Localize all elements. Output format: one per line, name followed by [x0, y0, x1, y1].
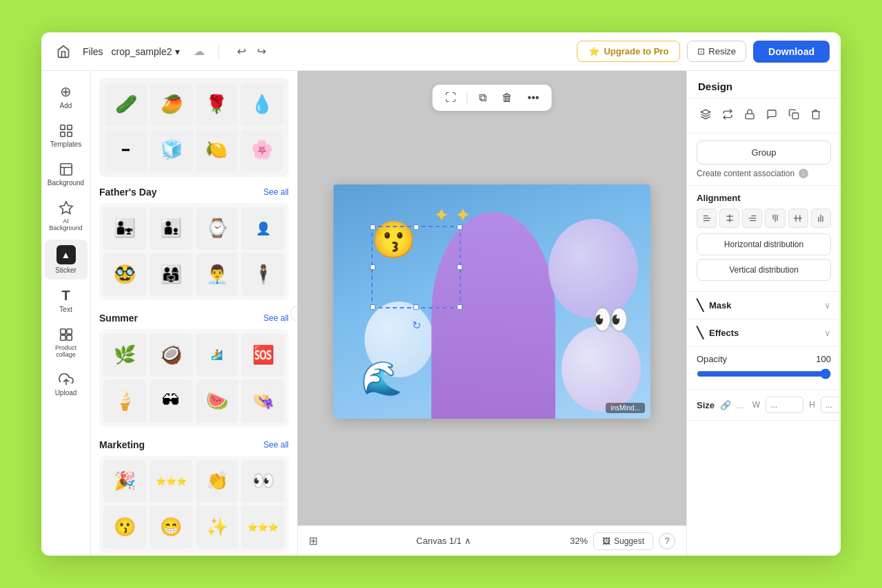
horizontal-distribution-button[interactable]: Horizontal distribution — [697, 233, 831, 255]
nav-item-ai-background[interactable]: AI Background — [45, 195, 88, 237]
sticker-cell[interactable]: 💧 — [240, 83, 283, 126]
opacity-label-row: Opacity 100 — [697, 354, 831, 364]
comment-icon-button[interactable] — [763, 105, 781, 126]
resize-button[interactable]: ⊡ Resize — [687, 41, 746, 62]
sticker-cell[interactable]: 👨‍👧 — [103, 207, 147, 251]
expand-button[interactable]: ⛶ — [441, 89, 460, 107]
align-bottom-button[interactable] — [811, 209, 831, 228]
sticker-cell[interactable]: ✨ — [196, 505, 239, 549]
mask-chevron-icon: ∨ — [824, 300, 831, 311]
sticker-cell[interactable]: 🌹 — [196, 83, 238, 126]
fathers-day-see-all[interactable]: See all — [263, 187, 289, 197]
sticker-cell[interactable]: 🧊 — [150, 129, 193, 171]
delete-button[interactable]: 🗑 — [498, 89, 517, 107]
undo-button[interactable]: ↩ — [233, 42, 250, 61]
home-button[interactable] — [52, 41, 74, 63]
vertical-distribution-button[interactable]: Vertical distribution — [697, 259, 831, 281]
sticker-cell[interactable]: 🎉 — [103, 460, 147, 503]
files-button[interactable]: Files — [83, 46, 103, 57]
copy-button[interactable]: ⧉ — [475, 89, 491, 107]
handle-top-left[interactable] — [370, 224, 376, 230]
suggest-button[interactable]: 🖼 Suggest — [593, 532, 653, 550]
sticker-cell[interactable]: ━ — [105, 129, 147, 171]
nav-item-background[interactable]: Background — [45, 156, 88, 192]
handle-mid-left[interactable] — [370, 264, 376, 270]
sticker-cell[interactable]: 🥥 — [150, 333, 193, 377]
size-h-input[interactable] — [821, 397, 841, 413]
handle-top-mid[interactable] — [413, 224, 419, 230]
nav-item-templates[interactable]: Templates — [45, 118, 88, 154]
rotate-handle[interactable]: ↻ — [412, 319, 421, 332]
align-left-button[interactable] — [697, 209, 717, 228]
add-icon: ⊕ — [60, 83, 72, 100]
canvas-image: 😗 ✦ ✦ 🌊 👀 — [334, 185, 650, 419]
selection-box: ↻ — [371, 226, 461, 308]
effects-row[interactable]: ╲ Effects ∨ — [687, 319, 841, 347]
handle-bottom-left[interactable] — [370, 304, 376, 310]
sticker-cell[interactable]: 👤 — [241, 207, 285, 251]
summer-see-all[interactable]: See all — [263, 313, 289, 323]
main-area: ⊕ Add Templates Background — [41, 71, 841, 556]
sticker-cell[interactable]: 🕶 — [150, 379, 193, 423]
layers-button[interactable]: ⊞ — [309, 534, 318, 547]
lock-icon-button[interactable] — [741, 105, 759, 126]
sticker-cell[interactable]: ⭐⭐⭐ — [150, 460, 193, 503]
handle-bottom-right[interactable] — [457, 304, 462, 310]
sticker-cell[interactable]: 🌿 — [103, 333, 147, 377]
sticker-cell[interactable]: 🥒 — [105, 83, 147, 126]
download-button[interactable]: Download — [753, 41, 830, 63]
templates-icon — [59, 123, 74, 138]
group-button[interactable]: Group — [697, 140, 831, 165]
sticker-cell[interactable]: 🍉 — [196, 379, 239, 423]
size-w-input[interactable] — [766, 397, 803, 413]
nav-item-sticker[interactable]: ▲ Sticker — [45, 240, 88, 280]
upgrade-button[interactable]: ⭐ Upgrade to Pro — [577, 41, 680, 62]
balloon-right-bottom — [562, 326, 641, 412]
sticker-cell[interactable]: 😗 — [103, 505, 147, 549]
nav-label-upload: Upload — [55, 389, 77, 397]
handle-mid-right[interactable] — [457, 264, 462, 270]
help-button[interactable]: ? — [659, 533, 675, 549]
trash-icon-button[interactable] — [807, 105, 825, 126]
redo-button[interactable]: ↪ — [253, 42, 270, 61]
align-center-h-button[interactable] — [719, 209, 739, 228]
nav-item-upload[interactable]: Upload — [45, 366, 88, 402]
handle-top-right[interactable] — [457, 224, 462, 230]
sticker-cell[interactable]: ⭐⭐⭐ — [241, 505, 285, 549]
nav-item-add[interactable]: ⊕ Add — [45, 78, 88, 115]
filename-chip[interactable]: crop_sample2 ▾ — [112, 46, 180, 57]
nav-item-text[interactable]: T Text — [45, 282, 88, 319]
sticker-cell[interactable]: 👒 — [241, 379, 285, 423]
align-right-button[interactable] — [742, 209, 762, 228]
sticker-cell[interactable]: 👨‍💼 — [196, 253, 239, 296]
sticker-cell[interactable]: 👀 — [241, 460, 285, 503]
sticker-cell[interactable]: 🕴 — [241, 253, 285, 296]
sticker-cell[interactable]: 🌸 — [240, 129, 283, 171]
sticker-cell[interactable]: 🥸 — [103, 253, 147, 296]
flip-icon-button[interactable] — [719, 105, 737, 126]
marketing-see-all[interactable]: See all — [263, 440, 289, 450]
sticker-cell[interactable]: 👏 — [196, 460, 239, 503]
opacity-slider[interactable] — [697, 368, 831, 379]
effects-chevron-icon: ∨ — [824, 328, 831, 338]
sticker-cell[interactable]: 🆘 — [241, 333, 285, 377]
sticker-cell[interactable]: 🏄 — [196, 333, 239, 377]
sticker-cell[interactable]: 😁 — [150, 505, 193, 549]
sticker-cell[interactable]: 🍦 — [103, 379, 147, 423]
sticker-cell[interactable]: 👨‍👩‍👧 — [150, 253, 193, 296]
align-top-button[interactable] — [765, 209, 785, 228]
nav-item-product-collage[interactable]: Product collage — [45, 322, 88, 364]
sticker-cell[interactable]: 👨‍👦 — [150, 207, 193, 251]
align-center-v-button[interactable] — [788, 209, 808, 228]
svg-rect-3 — [67, 132, 71, 136]
mask-label: Mask — [709, 300, 732, 311]
sticker-cell[interactable]: ⌚ — [196, 207, 239, 251]
layers-icon-button[interactable] — [697, 105, 715, 126]
canvas-container[interactable]: 😗 ✦ ✦ 🌊 👀 — [298, 71, 686, 525]
duplicate-icon-button[interactable] — [785, 105, 803, 126]
more-options-button[interactable]: ••• — [524, 89, 544, 107]
handle-bottom-mid[interactable] — [413, 304, 419, 310]
mask-row[interactable]: ╲ Mask ∨ — [687, 292, 841, 319]
sticker-cell[interactable]: 🥭 — [150, 83, 193, 126]
sticker-cell[interactable]: 🍋 — [196, 129, 238, 171]
